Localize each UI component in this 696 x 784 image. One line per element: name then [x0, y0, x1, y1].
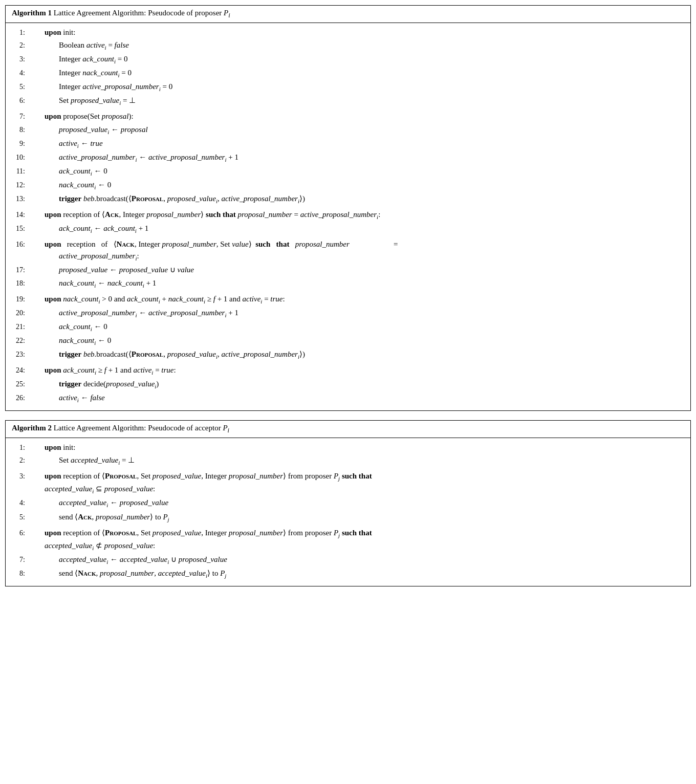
line-number: 18: — [6, 277, 30, 289]
code-line: 16:upon reception of ⟨Nack, Integer prop… — [6, 238, 690, 264]
code-line: 13:trigger beb.broadcast(⟨Proposal, prop… — [6, 192, 690, 206]
line-content: Integer active_proposal_numberi = 0 — [30, 81, 690, 94]
code-line: 24:upon ack_counti ≥ f + 1 and activei =… — [6, 364, 690, 378]
code-line: 25:trigger decide(proposed_valuei) — [6, 378, 690, 391]
line-content: accepted_valuei ← accepted_valuei ∪ prop… — [30, 554, 690, 567]
line-number: 21: — [6, 321, 30, 333]
line-number: 25: — [6, 378, 30, 390]
algorithm-header-algo1: Algorithm 1 Lattice Agreement Algorithm:… — [6, 6, 690, 23]
code-line: 3:Integer ack_counti = 0 — [6, 53, 690, 67]
code-line: 6:upon reception of ⟨Proposal, Set propo… — [6, 527, 690, 553]
line-content: proposed_value ← proposed_value ∪ value — [30, 264, 690, 276]
line-content: ack_counti ← ack_counti + 1 — [30, 223, 690, 235]
line-content: trigger decide(proposed_valuei) — [30, 378, 690, 391]
line-content: proposed_valuei ← proposal — [30, 124, 690, 137]
app-container: Algorithm 1 Lattice Agreement Algorithm:… — [5, 5, 691, 586]
line-number: 8: — [6, 124, 30, 136]
line-content: trigger beb.broadcast(⟨Proposal, propose… — [30, 349, 690, 361]
line-content: send ⟨Ack, proposal_number⟩ to Pj — [30, 511, 690, 524]
code-line: 26:activei ← false — [6, 391, 690, 405]
line-number: 5: — [6, 81, 30, 93]
line-number: 10: — [6, 151, 30, 163]
code-line: 15:ack_counti ← ack_counti + 1 — [6, 222, 690, 236]
line-content: Set proposed_valuei = ⊥ — [30, 95, 690, 107]
line-number: 8: — [6, 568, 30, 579]
line-content: nack_counti ← 0 — [30, 179, 690, 192]
line-number: 20: — [6, 307, 30, 319]
line-content: upon ack_counti ≥ f + 1 and activei = tr… — [30, 364, 690, 377]
line-number: 26: — [6, 392, 30, 404]
code-line: 19:upon nack_counti > 0 and ack_counti +… — [6, 293, 690, 307]
line-content: ack_counti ← 0 — [30, 165, 690, 178]
line-content: upon init: — [30, 442, 690, 453]
code-line: 9:activei ← true — [6, 137, 690, 151]
code-line: 7:upon propose(Set proposal): — [6, 110, 690, 123]
line-number: 3: — [6, 53, 30, 65]
line-number: 1: — [6, 27, 30, 38]
line-number: 7: — [6, 111, 30, 122]
line-content: Boolean activei = false — [30, 39, 690, 52]
algorithm-label: Algorithm 2 — [12, 424, 52, 432]
code-line: 1:upon init: — [6, 26, 690, 39]
line-number: 17: — [6, 264, 30, 276]
code-line: 11:ack_counti ← 0 — [6, 165, 690, 179]
line-content: activei ← true — [30, 138, 690, 150]
line-content: Integer nack_counti = 0 — [30, 67, 690, 80]
algorithm-label: Algorithm 1 — [12, 9, 52, 17]
line-content: send ⟨Nack, proposal_number, accepted_va… — [30, 568, 690, 580]
code-line: 22:nack_counti ← 0 — [6, 334, 690, 348]
line-content: upon reception of ⟨Nack, Integer proposa… — [30, 238, 690, 263]
line-content: upon propose(Set proposal): — [30, 111, 690, 122]
line-number: 19: — [6, 293, 30, 305]
line-number: 5: — [6, 511, 30, 523]
line-content: ack_counti ← 0 — [30, 321, 690, 334]
line-content: active_proposal_numberi ← active_proposa… — [30, 307, 690, 320]
line-number: 11: — [6, 165, 30, 177]
line-content: accepted_valuei ← proposed_value — [30, 497, 690, 510]
code-line: 20:active_proposal_numberi ← active_prop… — [6, 307, 690, 320]
code-line: 5:Integer active_proposal_numberi = 0 — [6, 80, 690, 94]
code-line: 14:upon reception of ⟨Ack, Integer propo… — [6, 208, 690, 222]
line-number: 1: — [6, 442, 30, 453]
line-content: Set accepted_valuei = ⊥ — [30, 454, 690, 467]
code-line: 17:proposed_value ← proposed_value ∪ val… — [6, 264, 690, 276]
line-content: Integer ack_counti = 0 — [30, 53, 690, 66]
line-content: nack_counti ← nack_counti + 1 — [30, 277, 690, 290]
line-content: nack_counti ← 0 — [30, 335, 690, 347]
algorithm-box-algo1: Algorithm 1 Lattice Agreement Algorithm:… — [5, 5, 691, 411]
code-line: 2:Set accepted_valuei = ⊥ — [6, 454, 690, 468]
line-content: upon reception of ⟨Proposal, Set propose… — [30, 470, 690, 496]
line-content: upon init: — [30, 27, 690, 38]
code-line: 1:upon init: — [6, 441, 690, 454]
algorithm-box-algo2: Algorithm 2 Lattice Agreement Algorithm:… — [5, 420, 691, 586]
line-number: 13: — [6, 193, 30, 205]
line-content: activei ← false — [30, 392, 690, 405]
code-line: 12:nack_counti ← 0 — [6, 179, 690, 192]
code-line: 4:Integer nack_counti = 0 — [6, 67, 690, 80]
line-number: 16: — [6, 238, 30, 250]
line-content: upon reception of ⟨Proposal, Set propose… — [30, 527, 690, 553]
code-line: 7:accepted_valuei ← accepted_valuei ∪ pr… — [6, 553, 690, 567]
line-number: 22: — [6, 335, 30, 346]
line-number: 2: — [6, 454, 30, 466]
line-number: 9: — [6, 138, 30, 149]
algorithm-P: Pi — [224, 9, 230, 17]
line-number: 15: — [6, 223, 30, 234]
line-number: 3: — [6, 470, 30, 482]
code-line: 6:Set proposed_valuei = ⊥ — [6, 94, 690, 108]
algorithm-P: Pi — [223, 424, 229, 432]
algorithm-body-algo1: 1:upon init:2:Boolean activei = false3:I… — [6, 23, 690, 410]
line-content: active_proposal_numberi ← active_proposa… — [30, 151, 690, 164]
line-number: 6: — [6, 527, 30, 539]
line-number: 4: — [6, 497, 30, 509]
line-number: 12: — [6, 179, 30, 191]
line-content: upon reception of ⟨Ack, Integer proposal… — [30, 209, 690, 222]
code-line: 18:nack_counti ← nack_counti + 1 — [6, 277, 690, 291]
line-content: upon nack_counti > 0 and ack_counti + na… — [30, 293, 690, 306]
line-number: 2: — [6, 39, 30, 51]
code-line: 23:trigger beb.broadcast(⟨Proposal, prop… — [6, 348, 690, 362]
algorithm-header-algo2: Algorithm 2 Lattice Agreement Algorithm:… — [6, 421, 690, 438]
code-line: 21:ack_counti ← 0 — [6, 320, 690, 334]
algorithm-body-algo2: 1:upon init:2:Set accepted_valuei = ⊥3:u… — [6, 438, 690, 586]
code-line: 8:proposed_valuei ← proposal — [6, 123, 690, 137]
